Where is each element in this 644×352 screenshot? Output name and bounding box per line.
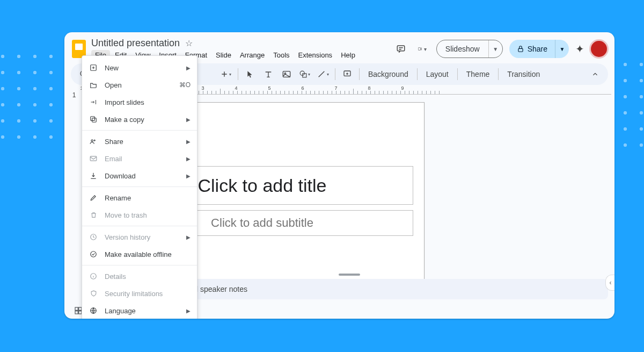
- slideshow-button[interactable]: Slideshow ▼: [436, 40, 503, 58]
- share-label: Share: [528, 45, 547, 53]
- ruler-label: 4: [235, 85, 237, 91]
- file-menu-move-to-trash: Move to trash: [82, 206, 197, 224]
- menu-item-label: Download: [105, 172, 180, 180]
- shape-tool-icon[interactable]: [296, 66, 313, 82]
- menu-extensions[interactable]: Extensions: [295, 50, 336, 60]
- submenu-arrow-icon: ▶: [186, 65, 191, 71]
- svg-rect-15: [91, 117, 95, 121]
- trash-icon: [89, 211, 98, 219]
- info-icon: [89, 272, 98, 280]
- mail-icon: [89, 155, 98, 162]
- slideshow-label: Slideshow: [437, 40, 488, 58]
- background-button[interactable]: Background: [363, 66, 414, 82]
- menu-item-label: Security limitations: [105, 290, 191, 298]
- side-panel-toggle[interactable]: ‹: [605, 275, 614, 291]
- file-menu-security-limitations: Security limitations: [82, 285, 197, 302]
- layout-button[interactable]: Layout: [421, 66, 454, 82]
- line-tool-icon[interactable]: [314, 66, 332, 82]
- svg-rect-1: [418, 48, 420, 51]
- submenu-arrow-icon: ▶: [186, 234, 191, 240]
- globe-icon: [89, 307, 98, 314]
- file-menu-share[interactable]: Share▶: [82, 133, 197, 150]
- pencil-icon: [89, 194, 98, 202]
- svg-point-19: [91, 252, 97, 257]
- menu-item-label: New: [105, 64, 180, 72]
- menu-item-label: Details: [105, 272, 191, 281]
- transition-button[interactable]: Transition: [502, 66, 545, 82]
- comment-tool-icon[interactable]: [339, 66, 356, 82]
- menu-help[interactable]: Help: [337, 50, 359, 60]
- file-menu-open[interactable]: Open⌘O: [82, 76, 197, 94]
- share-icon: [89, 138, 98, 145]
- svg-rect-2: [518, 48, 523, 52]
- select-tool-icon[interactable]: [241, 66, 259, 82]
- submenu-arrow-icon: ▶: [186, 308, 191, 314]
- plus-icon: [89, 64, 98, 71]
- theme-button[interactable]: Theme: [461, 66, 495, 82]
- menu-item-label: Version history: [105, 233, 180, 241]
- svg-rect-17: [90, 156, 97, 161]
- file-menu-email: Email▶: [82, 150, 197, 167]
- ruler-label: 3: [201, 85, 204, 91]
- file-menu-import-slides[interactable]: Import slides: [82, 94, 197, 111]
- app-window: Untitled presentation ☆ FileEditViewInse…: [64, 32, 614, 319]
- file-menu-make-a-copy[interactable]: Make a copy▶: [82, 111, 197, 128]
- image-tool-icon[interactable]: [278, 66, 295, 82]
- menu-item-label: Share: [105, 138, 180, 146]
- file-menu-rename[interactable]: Rename: [82, 189, 197, 206]
- file-menu-details: Details: [82, 268, 197, 285]
- download-icon: [89, 172, 98, 179]
- comment-history-icon[interactable]: [393, 41, 408, 56]
- file-menu-make-available-offline[interactable]: Make available offline: [82, 246, 197, 263]
- menu-tools[interactable]: Tools: [269, 50, 293, 60]
- submenu-arrow-icon: ▶: [186, 117, 191, 123]
- star-icon[interactable]: ☆: [185, 38, 193, 48]
- notes-resize-handle[interactable]: [339, 274, 360, 276]
- new-slide-button[interactable]: [217, 66, 235, 82]
- ruler-label: 6: [301, 85, 304, 91]
- submenu-arrow-icon: ▶: [186, 156, 191, 162]
- ruler-label: 8: [368, 85, 370, 91]
- menu-arrange[interactable]: Arrange: [236, 50, 268, 60]
- share-button[interactable]: Share ▼: [509, 40, 569, 58]
- svg-point-16: [91, 140, 93, 142]
- ruler-label: 7: [334, 85, 337, 91]
- slide-number[interactable]: 1: [72, 91, 76, 107]
- file-menu-new[interactable]: New▶: [82, 59, 197, 76]
- share-dropdown[interactable]: ▼: [555, 40, 569, 58]
- clock-icon: [89, 233, 98, 241]
- decorative-dots: [0, 48, 64, 150]
- gemini-sparkle-icon[interactable]: ✦: [575, 42, 584, 55]
- file-menu-version-history: Version history▶: [82, 228, 197, 246]
- submenu-arrow-icon: ▶: [186, 173, 191, 179]
- ruler-label: 5: [268, 85, 270, 91]
- submenu-arrow-icon: ▶: [186, 139, 191, 145]
- meet-button[interactable]: [415, 41, 430, 56]
- svg-rect-0: [397, 46, 405, 51]
- menu-item-label: Import slides: [105, 98, 191, 106]
- menu-item-label: Email: [105, 155, 180, 163]
- document-title[interactable]: Untitled presentation: [91, 38, 180, 49]
- folder-icon: [89, 82, 98, 88]
- toolbar-collapse-icon[interactable]: [587, 66, 604, 82]
- import-icon: [89, 99, 98, 105]
- menu-item-label: Make available offline: [105, 250, 191, 258]
- file-menu-download[interactable]: Download▶: [82, 167, 197, 184]
- shield-icon: [89, 290, 98, 297]
- textbox-tool-icon[interactable]: [260, 66, 277, 82]
- menu-item-label: Open: [105, 81, 173, 89]
- speaker-notes[interactable]: Click to add speaker notes: [150, 279, 608, 299]
- menu-item-label: Language: [105, 307, 180, 315]
- svg-rect-11: [75, 311, 78, 314]
- svg-rect-9: [75, 307, 78, 310]
- svg-rect-14: [92, 118, 97, 123]
- file-menu-language[interactable]: Language▶: [82, 302, 197, 319]
- filmstrip: 1: [64, 85, 84, 279]
- slideshow-dropdown[interactable]: ▼: [488, 40, 502, 58]
- menu-shortcut: ⌘O: [179, 81, 191, 89]
- account-avatar[interactable]: [591, 41, 607, 57]
- menu-slide[interactable]: Slide: [212, 50, 235, 60]
- ruler-label: 9: [401, 85, 404, 91]
- lock-icon: [517, 45, 524, 53]
- offline-icon: [89, 250, 98, 258]
